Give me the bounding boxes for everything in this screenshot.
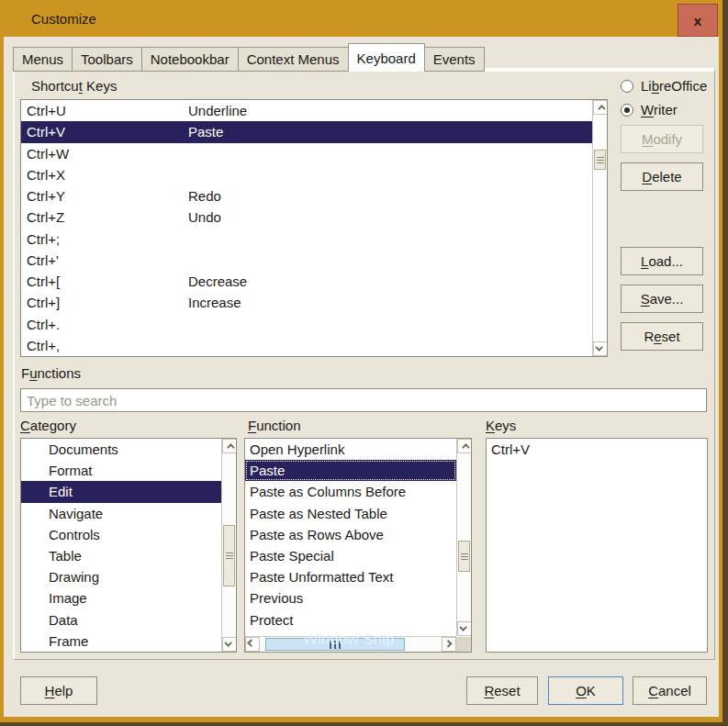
category-item-label: Documents — [49, 441, 118, 457]
cancel-button[interactable]: Cancel — [633, 676, 707, 705]
category-item[interactable]: Format — [21, 460, 221, 481]
shortcut-row[interactable]: Ctrl+] Increase — [21, 292, 592, 313]
shortcut-row[interactable]: Ctrl+' — [21, 250, 592, 271]
function-item[interactable]: Open Hyperlink — [245, 439, 456, 460]
shortcut-key-cell: Ctrl+W — [21, 146, 188, 162]
shortcut-row[interactable]: Ctrl+Y Redo — [21, 185, 592, 207]
scroll-thumb[interactable] — [594, 150, 606, 170]
ok-button[interactable]: OK — [548, 676, 623, 705]
scroll-down-button[interactable] — [593, 341, 608, 356]
tab[interactable]: Toolbars — [72, 47, 142, 72]
shortcut-key-cell: Ctrl+, — [21, 338, 188, 353]
scroll-thumb[interactable] — [458, 541, 470, 572]
category-item[interactable]: Navigate — [21, 503, 221, 524]
shortcut-action-cell: Redo — [188, 188, 592, 204]
function-vscrollbar[interactable] — [456, 439, 471, 636]
shortcut-row[interactable]: Ctrl+Z Undo — [21, 207, 592, 228]
category-item[interactable]: Frame — [21, 631, 221, 652]
function-item-label: Paste Unformatted Text — [250, 569, 393, 585]
scroll-up-button[interactable] — [222, 439, 237, 453]
reset-keyboard-button[interactable]: Reset — [621, 322, 703, 351]
scroll-left-button[interactable] — [245, 637, 260, 652]
shortcut-row[interactable]: Ctrl+, — [21, 335, 592, 356]
grip-icon — [330, 641, 341, 649]
function-item-label: Paste Special — [250, 548, 334, 564]
tab[interactable]: Context Menus — [238, 47, 349, 72]
delete-button[interactable]: Delete — [621, 162, 703, 191]
shortcut-row[interactable]: Ctrl+. — [21, 314, 592, 335]
load-button[interactable]: Load... — [621, 247, 703, 275]
scroll-right-button[interactable] — [442, 637, 456, 652]
radio-icon — [621, 104, 633, 117]
shortcut-row[interactable]: Ctrl+X — [21, 164, 592, 185]
shortcut-key-cell: Ctrl+; — [21, 231, 188, 247]
shortcut-row[interactable]: Ctrl+[ Decrease — [21, 271, 592, 292]
function-item[interactable]: Paste Unformatted Text — [245, 566, 456, 587]
modify-button: Modify — [621, 125, 703, 153]
shortcut-row[interactable]: Ctrl+U Underline — [21, 100, 592, 121]
shortcut-key-cell: Ctrl+' — [21, 252, 188, 268]
category-item[interactable]: Documents — [21, 439, 221, 460]
shortcut-key-cell: Ctrl+U — [21, 103, 188, 118]
category-list: Documents Format Edit Navigate Controls — [20, 438, 237, 653]
category-scrollbar[interactable] — [221, 439, 236, 652]
tab[interactable]: Menus — [13, 47, 73, 72]
function-list: Open Hyperlink Paste Paste as Columns Be… — [244, 438, 472, 653]
scroll-thumb[interactable] — [223, 525, 235, 586]
tab[interactable]: Keyboard — [348, 43, 425, 72]
shortcut-row[interactable]: Ctrl+; — [21, 229, 592, 250]
close-button[interactable]: x — [678, 4, 718, 37]
category-item-label: Edit — [49, 484, 73, 499]
function-item[interactable]: Paste as Rows Above — [245, 524, 456, 545]
category-item[interactable]: Drawing — [21, 566, 221, 587]
scope-radio-option[interactable]: LibreOffice — [621, 78, 707, 94]
title-bar[interactable]: Customize x — [0, 0, 728, 37]
shortcut-action-cell: Underline — [188, 103, 592, 118]
tab-bar: Menus Toolbars Notebookbar Context Menus… — [13, 43, 484, 72]
function-item[interactable]: Paste Special — [245, 545, 456, 566]
tab-label: Menus — [22, 51, 63, 67]
shortcut-action-cell: Undo — [188, 209, 592, 225]
category-item[interactable]: Controls — [21, 524, 221, 545]
tab-label: Toolbars — [81, 51, 133, 67]
scroll-down-button[interactable] — [222, 637, 237, 652]
shortcut-row[interactable]: Ctrl+V Paste — [21, 121, 592, 142]
function-item[interactable]: Previous — [245, 587, 456, 609]
save-button[interactable]: Save... — [621, 285, 703, 313]
close-icon: x — [694, 13, 701, 28]
keys-list: Ctrl+V — [486, 438, 708, 653]
category-label: Category — [20, 418, 76, 433]
tab[interactable]: Notebookbar — [141, 47, 239, 72]
function-search-input[interactable] — [20, 388, 707, 412]
keys-item[interactable]: Ctrl+V — [487, 439, 707, 460]
shortcut-row[interactable]: Ctrl+W — [21, 143, 592, 164]
category-item-label: Format — [49, 463, 93, 478]
function-hscrollbar[interactable] — [245, 636, 456, 652]
customize-dialog: Customize x Menus Toolbars Notebookbar C… — [0, 0, 728, 726]
window-edge-right — [722, 0, 728, 726]
category-rows: Documents Format Edit Navigate Controls — [21, 439, 221, 652]
shortcut-list-scrollbar[interactable] — [592, 100, 607, 356]
keys-rows: Ctrl+V — [487, 439, 707, 460]
function-item[interactable]: Paste as Columns Before — [245, 481, 456, 502]
function-item[interactable]: Paste — [245, 460, 456, 481]
function-item[interactable]: Protect — [245, 609, 456, 631]
window-edge-bottom — [0, 722, 728, 726]
function-item[interactable]: Paste as Nested Table — [245, 503, 456, 524]
scroll-thumb-horizontal[interactable] — [265, 638, 405, 651]
scroll-up-button[interactable] — [593, 100, 608, 115]
category-item[interactable]: Image — [21, 587, 221, 609]
scroll-up-button[interactable] — [457, 439, 472, 453]
category-item[interactable]: Edit — [21, 481, 221, 502]
help-button[interactable]: Help — [20, 676, 97, 705]
category-item[interactable]: Data — [21, 609, 221, 631]
scope-radio-option[interactable]: Writer — [621, 102, 678, 117]
function-rows: Open Hyperlink Paste Paste as Columns Be… — [245, 439, 456, 631]
category-item[interactable]: Table — [21, 545, 221, 566]
scroll-down-button[interactable] — [457, 621, 472, 636]
reset-button[interactable]: Reset — [466, 676, 538, 705]
tab[interactable]: Events — [424, 47, 485, 72]
category-item-label: Data — [49, 612, 78, 628]
shortcut-action-cell: Increase — [188, 295, 592, 310]
function-label: Function — [248, 418, 301, 433]
